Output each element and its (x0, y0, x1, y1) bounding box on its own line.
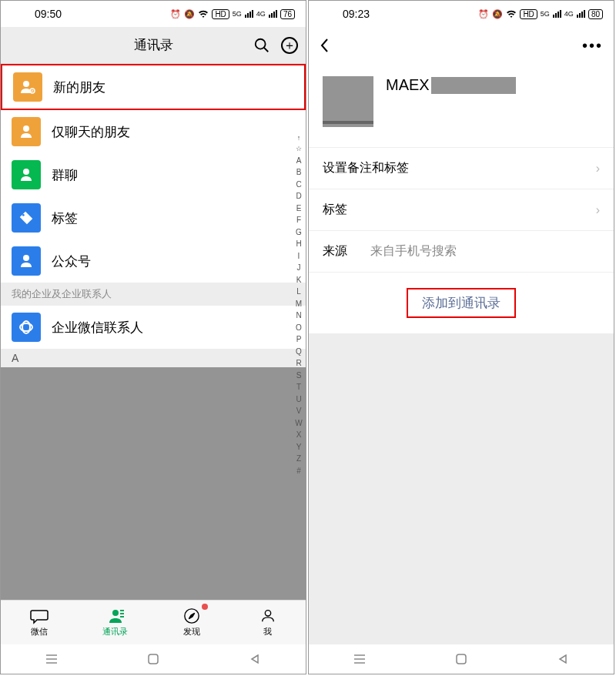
row-set-remark[interactable]: 设置备注和标签 › (309, 147, 614, 189)
row-label: 设置备注和标签 (323, 160, 409, 176)
empty-area (309, 333, 614, 644)
signal-5g-icon: 5G (541, 10, 550, 18)
row-label: 群聊 (52, 166, 306, 184)
title-bar: 通讯录 ＋ (1, 27, 306, 64)
system-nav-bar (309, 644, 614, 674)
svg-point-9 (23, 255, 29, 261)
row-label: 新的朋友 (53, 79, 304, 96)
signal-icon-2 (577, 10, 585, 18)
tab-label: 发现 (183, 626, 200, 638)
chevron-right-icon: › (596, 203, 600, 217)
status-time: 09:50 (35, 8, 170, 20)
tab-label: 微信 (31, 626, 48, 638)
redacted-contacts-block (1, 367, 306, 600)
add-to-contacts-button[interactable]: 添加到通讯录 (407, 288, 516, 318)
tab-bar: 微信 通讯录 发现 我 (1, 600, 306, 644)
svg-point-6 (23, 125, 29, 132)
group-chat-icon (12, 160, 41, 189)
row-chat-only[interactable]: 仅聊天的朋友 (1, 110, 306, 153)
source-value: 来自手机号搜索 (370, 243, 457, 259)
person-icon (258, 607, 278, 624)
nav-back-icon[interactable] (247, 651, 263, 667)
nav-home-icon[interactable] (454, 651, 469, 667)
tab-label: 我 (263, 626, 272, 638)
profile-name: MAEX (386, 76, 516, 94)
signal-4g-icon: 4G (256, 10, 266, 18)
notification-dot-icon (202, 604, 208, 610)
svg-point-10 (112, 610, 119, 616)
row-enterprise-contacts[interactable]: 企业微信联系人 (1, 306, 306, 349)
wifi-icon (506, 9, 517, 18)
tab-label: 通讯录 (102, 626, 128, 638)
row-tags[interactable]: 标签 › (309, 189, 614, 230)
search-icon[interactable] (253, 37, 270, 54)
row-source: 来源 来自手机号搜索 (309, 230, 614, 272)
row-new-friends[interactable]: 新的朋友 (1, 64, 306, 110)
svg-point-8 (22, 214, 25, 216)
svg-rect-23 (457, 654, 466, 664)
status-time: 09:23 (343, 8, 478, 20)
tab-contacts[interactable]: 通讯录 (77, 601, 153, 644)
hd-icon: HD (520, 9, 537, 19)
right-screen: 09:23 ⏰ 🔕 HD 5G 4G 80 ••• MAEX 设置备注和标签 (308, 0, 614, 674)
svg-point-2 (23, 81, 29, 87)
row-label: 公众号 (52, 253, 306, 270)
index-letter-a: A (1, 349, 306, 367)
nav-back-icon[interactable] (555, 651, 571, 667)
hd-icon: HD (212, 9, 229, 19)
add-icon[interactable]: ＋ (281, 37, 298, 54)
row-label: 标签 (52, 209, 306, 227)
profile-block: MAEX (309, 64, 614, 147)
signal-5g-icon: 5G (233, 10, 242, 18)
row-official[interactable]: 公众号 (1, 239, 306, 283)
wifi-icon (198, 9, 209, 18)
status-icons: ⏰ 🔕 HD 5G 4G 76 (170, 9, 295, 19)
left-screen: 09:50 ⏰ 🔕 HD 5G 4G 76 通讯录 ＋ (0, 0, 306, 674)
alarm-icon: ⏰ (170, 9, 181, 19)
index-rail[interactable]: ↑ ☆ AB CD EF GH IJ KL MN OP QR ST UV WX … (293, 133, 304, 477)
row-label: 企业微信联系人 (52, 319, 306, 336)
nav-menu-icon[interactable] (44, 651, 59, 667)
redacted-name-mask (431, 77, 516, 94)
avatar[interactable] (323, 76, 373, 127)
enterprise-icon (12, 313, 41, 342)
signal-icon (245, 10, 253, 18)
row-group-chat[interactable]: 群聊 (1, 153, 306, 196)
nav-home-icon[interactable] (146, 651, 161, 667)
row-label: 标签 (323, 202, 347, 218)
svg-point-0 (256, 38, 266, 49)
back-icon[interactable] (320, 38, 329, 53)
row-tags[interactable]: 标签 (1, 196, 306, 239)
status-icons: ⏰ 🔕 HD 5G 4G 80 (478, 9, 603, 19)
tab-discover[interactable]: 发现 (153, 601, 229, 644)
status-bar: 09:50 ⏰ 🔕 HD 5G 4G 76 (1, 1, 306, 27)
signal-icon-2 (269, 10, 277, 18)
battery-icon: 80 (588, 9, 603, 19)
system-nav-bar (1, 644, 306, 674)
status-bar: 09:23 ⏰ 🔕 HD 5G 4G 80 (309, 1, 614, 27)
tab-me[interactable]: 我 (229, 601, 306, 644)
chat-only-icon (12, 117, 41, 146)
new-friends-icon (13, 72, 42, 102)
mute-icon: 🔕 (492, 9, 503, 19)
battery-icon: 76 (280, 9, 295, 19)
official-icon (12, 246, 41, 276)
svg-point-7 (23, 169, 29, 175)
source-label: 来源 (323, 243, 347, 259)
signal-4g-icon: 4G (564, 10, 574, 18)
signal-icon (553, 10, 561, 18)
svg-line-1 (264, 47, 269, 52)
row-label: 仅聊天的朋友 (52, 123, 306, 141)
header-bar: ••• (309, 27, 614, 64)
chevron-right-icon: › (596, 162, 600, 176)
tab-wechat[interactable]: 微信 (1, 601, 77, 644)
contacts-list: 新的朋友 仅聊天的朋友 群聊 (1, 64, 306, 600)
contacts-icon (105, 607, 126, 624)
svg-rect-19 (149, 654, 158, 664)
more-icon[interactable]: ••• (582, 37, 603, 55)
mute-icon: 🔕 (184, 9, 195, 19)
alarm-icon: ⏰ (478, 9, 489, 19)
chat-bubble-icon (29, 607, 49, 624)
nav-menu-icon[interactable] (352, 651, 367, 667)
add-button-container: 添加到通讯录 (309, 272, 614, 333)
